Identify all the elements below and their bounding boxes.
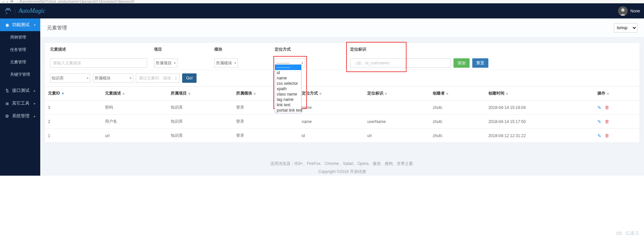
dropdown-option[interactable]: ----------: [275, 65, 301, 70]
sort-icon: ◆: [122, 92, 125, 95]
col-id[interactable]: 元素ID▼: [45, 86, 102, 101]
sidebar-item-label: 关键字管理: [10, 72, 30, 77]
chevron-right-icon: ▸: [34, 102, 36, 105]
col-desc[interactable]: 元素描述◆: [102, 86, 167, 101]
cell-ctime: 2018-04-14 15:17:50: [485, 115, 594, 129]
chevron-down-icon: ▾: [34, 23, 36, 27]
filter-project-label: 项目: [154, 47, 214, 52]
reload-icon[interactable]: ⟳: [10, 0, 13, 3]
cell-ctime: 2018-04-14 15:18:04: [485, 101, 594, 115]
search-input[interactable]: [136, 73, 179, 83]
dropdown-option[interactable]: link text: [275, 102, 301, 108]
locate-dropdown-list[interactable]: ---------- id name css selector xpath cl…: [275, 64, 302, 113]
table-row: 1 url 知识库 登录 id url zhufc 2018-04-12 12:…: [45, 129, 640, 143]
cell-ctime: 2018-04-12 12:31:22: [485, 129, 594, 143]
edit-icon[interactable]: ✎: [597, 133, 601, 138]
footer-line2: Copyright ©2018 开源优测: [40, 168, 644, 176]
footer: 适用浏览器：IE9+、FireFox、Chrome、Safari、Opera、傲…: [40, 160, 644, 176]
sidebar-item-label: 接口测试: [12, 87, 30, 94]
filter-module-label: 模块: [214, 47, 275, 52]
sidebar-item-label: 用例管理: [10, 35, 26, 40]
sidebar-item-functional-test[interactable]: ◉ 功能测试 ▾: [0, 18, 40, 31]
top-project-select[interactable]: lsmsp: [614, 23, 637, 33]
col-locate[interactable]: 定位方式◆: [299, 86, 364, 101]
sidebar-item-label: 元素管理: [10, 59, 26, 65]
sort-icon: ◆: [385, 92, 387, 95]
reset-button[interactable]: 重置: [472, 58, 488, 68]
dropdown-option[interactable]: id: [275, 70, 301, 75]
sidebar-item-usecase[interactable]: 用例管理: [0, 31, 40, 44]
dropdown-option[interactable]: tag name: [275, 97, 301, 102]
sort-icon: ◆: [254, 92, 256, 95]
search-project-select[interactable]: 知识库▾: [50, 73, 90, 83]
edit-icon[interactable]: ✎: [597, 119, 601, 124]
username[interactable]: None: [630, 9, 640, 13]
filter-desc-label: 元素描述: [50, 47, 154, 52]
delete-icon[interactable]: 🗑: [605, 105, 609, 110]
sidebar-item-label: 任务管理: [10, 47, 26, 53]
sidebar-item-element[interactable]: 元素管理: [0, 56, 40, 68]
url-fragment: …/func/element/list/?check_productname=1…: [16, 0, 135, 3]
caret-down-icon: ▾: [174, 61, 176, 65]
sidebar-item-task[interactable]: 任务管理: [0, 44, 40, 56]
filter-desc-input[interactable]: [50, 58, 147, 68]
cell-module: 登录: [233, 129, 298, 143]
col-ops: 操作◆: [594, 86, 640, 101]
dropdown-option[interactable]: xpath: [275, 86, 301, 92]
top-header: A | AutoMagic None: [0, 3, 644, 18]
sidebar-item-system[interactable]: ⚙ 系统管理 ▸: [0, 110, 40, 122]
transfer-icon: ⇅: [5, 88, 9, 93]
dropdown-option[interactable]: name: [275, 75, 301, 81]
gauge-icon: ◉: [5, 22, 9, 27]
col-ident[interactable]: 定位标识◆: [364, 86, 429, 101]
go-button[interactable]: Go!: [182, 73, 197, 83]
page-title: 元素管理: [47, 25, 67, 31]
footer-line1: 适用浏览器：IE9+、FireFox、Chrome、Safari、Opera、傲…: [40, 160, 644, 168]
add-button[interactable]: 添加: [453, 58, 470, 68]
sidebar-item-other-tools[interactable]: ≣ 其它工具 ▸: [0, 97, 40, 110]
edit-icon[interactable]: ✎: [597, 105, 601, 110]
sort-icon: ◆: [446, 92, 448, 95]
sidebar-item-keyword[interactable]: 关键字管理: [0, 68, 40, 81]
filter-module-select[interactable]: 所属模块▾: [214, 58, 238, 68]
stack-icon: ≣: [5, 101, 9, 106]
cell-locate: name: [299, 115, 364, 129]
filter-project-select[interactable]: 所属项目▾: [154, 58, 177, 68]
sort-icon: ◆: [319, 92, 322, 95]
logo-icon: A: [4, 7, 12, 15]
col-ctime[interactable]: 创建时间◆: [485, 86, 594, 101]
sort-icon: ◆: [188, 92, 191, 95]
sidebar-item-api-test[interactable]: ⇅ 接口测试 ▸: [0, 84, 40, 97]
delete-icon[interactable]: 🗑: [605, 133, 609, 138]
filter-ident-input[interactable]: [350, 58, 451, 68]
avatar[interactable]: [618, 6, 628, 16]
nav-back-icon[interactable]: ‹: [3, 0, 4, 3]
caret-down-icon: ▾: [87, 76, 89, 80]
svg-point-2: [621, 8, 625, 12]
cell-id: 2: [45, 115, 102, 129]
col-creator[interactable]: 创建者◆: [429, 86, 485, 101]
dropdown-option[interactable]: css selector: [275, 81, 301, 86]
caret-down-icon: ▾: [234, 61, 236, 65]
dropdown-option[interactable]: class name: [275, 92, 301, 97]
caret-down-icon: ▾: [302, 61, 303, 65]
svg-text:A: A: [6, 12, 8, 15]
cell-ident: userName: [364, 115, 429, 129]
filter-ident-label: 定位标识: [350, 47, 634, 52]
nav-fwd-icon[interactable]: ›: [7, 0, 8, 3]
browser-address-bar: ‹ › ⟳ …/func/element/list/?check_product…: [0, 0, 644, 3]
cell-id: 1: [45, 129, 102, 143]
dropdown-option[interactable]: portial link text: [275, 108, 301, 113]
cell-locate: name: [299, 101, 364, 115]
cell-creator: zhufc: [429, 129, 485, 143]
cell-project: 知识库: [167, 101, 233, 115]
sidebar-item-label: 功能测试: [12, 22, 30, 28]
brand-text: AutoMagic: [18, 7, 45, 14]
cell-desc: 用户名: [102, 115, 167, 129]
gear-icon: ⚙: [5, 114, 9, 118]
table-row: 3 密码 知识库 登录 name zhufc 2018-04-14 15:18:…: [45, 101, 640, 115]
cell-creator: zhufc: [429, 115, 485, 129]
delete-icon[interactable]: 🗑: [605, 119, 609, 124]
col-project[interactable]: 所属项目◆: [167, 86, 233, 101]
search-module-select[interactable]: 所属模块▾: [93, 73, 133, 83]
